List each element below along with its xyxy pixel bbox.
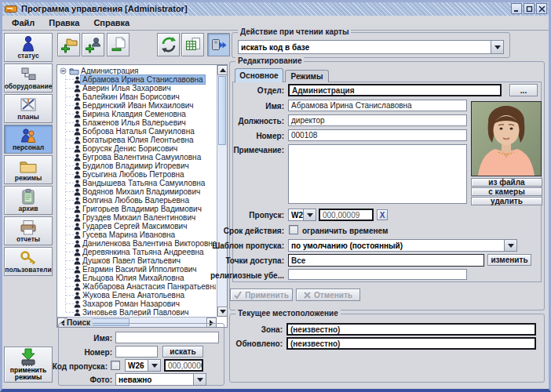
tree-person-row[interactable]: Ельцова Юлия Михайловна (58, 274, 216, 282)
pass-format-select[interactable]: W26 (288, 209, 316, 221)
person-icon (74, 93, 81, 101)
export-button[interactable] (181, 33, 204, 56)
sidebar-item-status[interactable]: статус (4, 33, 53, 62)
apply-button[interactable]: Применить (230, 289, 293, 301)
chevron-down-icon[interactable] (148, 360, 160, 371)
sidebar-item-modes[interactable]: режимы (4, 155, 53, 184)
dept-more-button[interactable]: ... (509, 84, 538, 96)
tree-person-row[interactable]: Борусяк Денис Борисович (58, 144, 216, 153)
tree-person-row[interactable]: Душков Павел Витальевич (58, 256, 216, 265)
tab-modes[interactable]: Режимы (285, 70, 329, 82)
tree-person-row[interactable]: Захаров Роман Назарович (58, 299, 216, 308)
religion-label: религиозные убе... (210, 271, 284, 280)
tree-person-row[interactable]: Богатырева Юлия Леонтьевна (58, 136, 216, 144)
name-field[interactable]: Абрамова Ирина Станиславовна (288, 100, 467, 111)
photo-from-file-button[interactable]: из файла (471, 178, 542, 187)
remove-button[interactable] (107, 33, 130, 56)
chevron-down-icon[interactable] (491, 41, 503, 53)
maximize-button[interactable] (524, 3, 535, 14)
export-table-icon (184, 36, 202, 53)
tree-person-row[interactable]: Груздев Михаил Валентинович (58, 213, 216, 222)
search-name-input[interactable] (115, 332, 219, 343)
dept-field[interactable]: Администрация (288, 84, 502, 96)
search-pass-format-select[interactable]: W26 (125, 359, 161, 372)
tree-person-row[interactable]: Зиновьев Валерий Павлович (58, 308, 216, 316)
person-icon (74, 300, 81, 308)
vertical-scroll-thumb[interactable] (218, 76, 226, 145)
sidebar-item-archive[interactable]: архив (4, 186, 53, 215)
number-field[interactable]: 000108 (288, 129, 467, 141)
tree-person-row[interactable]: Абрамова Ирина Станиславовна (58, 75, 216, 84)
tree-person-row[interactable]: Жаббарова Анастасия Панкратьевна (58, 282, 216, 291)
position-field[interactable]: директор (288, 114, 467, 126)
access-field[interactable]: Все (288, 254, 484, 267)
person-plus-icon (85, 36, 102, 53)
tree-person-row[interactable]: Гусева Марина Ивановна (58, 230, 216, 239)
apply-modes-button[interactable]: применить режимы (4, 347, 53, 383)
cancel-button[interactable]: Отменить (296, 289, 360, 301)
tree-person-row[interactable]: Блаженов Илья Валерьевич (58, 118, 216, 127)
search-number-input[interactable] (115, 346, 158, 358)
sidebar-item-equipment[interactable]: оборудование (4, 64, 53, 93)
person-icon (74, 205, 81, 213)
card-read-button[interactable] (207, 33, 230, 56)
add-person-button[interactable] (82, 33, 104, 56)
search-button[interactable]: искать (162, 346, 203, 358)
scroll-up-icon[interactable] (217, 65, 228, 75)
photo-delete-button[interactable]: удалить (471, 197, 542, 205)
tree-person-row[interactable]: Даниленкова Валентина Викторовна (58, 239, 216, 248)
chevron-down-icon[interactable] (504, 240, 516, 251)
tree-person-row[interactable]: Григорьев Владимир Вадимович (58, 205, 216, 213)
sidebar-item-label: архив (19, 205, 38, 212)
religion-field[interactable] (288, 269, 467, 280)
photo-from-camera-button[interactable]: с камеры (471, 187, 542, 196)
search-passcode-checkbox[interactable] (111, 361, 120, 370)
tree-person-row[interactable]: Бирина Клавдия Семеновна (58, 110, 216, 118)
validity-checkbox[interactable] (289, 225, 298, 234)
sidebar-item-reports[interactable]: отчеты (4, 216, 53, 245)
access-change-button[interactable]: изменить (487, 254, 531, 266)
card-action-select[interactable]: искать код в базе (238, 40, 504, 54)
tree-person-row[interactable]: Боброва Наталья Самуиловна (58, 127, 216, 136)
folder-icon (19, 158, 38, 175)
chevron-down-icon[interactable] (303, 209, 316, 220)
template-select[interactable]: по умолчанию (постоянный) (288, 239, 517, 252)
chevron-down-icon[interactable] (193, 374, 206, 385)
sidebar-item-plans[interactable]: планы (4, 94, 53, 123)
search-photo-select[interactable]: неважно (115, 373, 206, 386)
tree-root-row[interactable]: Администрация (58, 67, 216, 75)
menu-edit[interactable]: Правка (42, 16, 86, 29)
tree-person-row[interactable]: Балейкин Иван Борисович (58, 93, 216, 101)
scroll-down-icon[interactable] (217, 307, 228, 317)
pass-code-input[interactable]: 000,00009 (319, 209, 374, 221)
tree-person-row[interactable]: Бердинский Иван Михаилович (58, 101, 216, 110)
card-action-value: искать код в базе (239, 41, 491, 53)
tree-person-row[interactable]: Жукова Елена Анатольевна (58, 291, 216, 299)
pass-clear-button[interactable]: X (377, 209, 388, 220)
tree-person-row[interactable]: Гударев Сергей Максимович (58, 222, 216, 230)
tree-person-row[interactable]: Бусыгина Любовь Петровна (58, 170, 216, 179)
close-button[interactable] (536, 3, 547, 14)
title-bar[interactable]: Программа управления [Administrator] (2, 2, 549, 16)
sidebar-item-users[interactable]: пользователи (4, 247, 53, 276)
menu-file[interactable]: Файл (5, 16, 42, 29)
menu-help[interactable]: Справка (86, 16, 137, 29)
tree-person-row[interactable]: Вандышева Татьяна Самуиловна (58, 179, 216, 187)
tree-person-row[interactable]: Волгина Любовь Валерьевна (58, 196, 216, 205)
tree-person-row[interactable]: Бугрова Валентина Самуиловна (58, 153, 216, 162)
add-group-button[interactable] (57, 33, 80, 56)
tree-expand-knob-icon[interactable] (60, 67, 67, 74)
tree-branch-line (66, 140, 74, 140)
tree-person-row[interactable]: Аверин Илья Захарович (58, 84, 216, 93)
note-textarea[interactable] (288, 144, 467, 204)
sidebar-item-personnel[interactable]: персонал (4, 125, 53, 154)
tree-person-row[interactable]: Водянов Михаил Владимирович (58, 187, 216, 196)
tree-person-row[interactable]: Будилов Владимир Игоревич (58, 162, 216, 170)
tab-main[interactable]: Основное (235, 68, 283, 82)
tree-person-row[interactable]: Егармин Василий Ипполитович (58, 265, 216, 274)
tree-person-row[interactable]: Деревянкина Татьяна Андреевна (58, 248, 216, 256)
minimize-button[interactable] (511, 3, 522, 14)
search-passcode-input[interactable]: 000,00000 (164, 359, 203, 372)
validity-option-label[interactable]: ограничить временем (302, 227, 388, 235)
refresh-button[interactable] (157, 33, 180, 56)
